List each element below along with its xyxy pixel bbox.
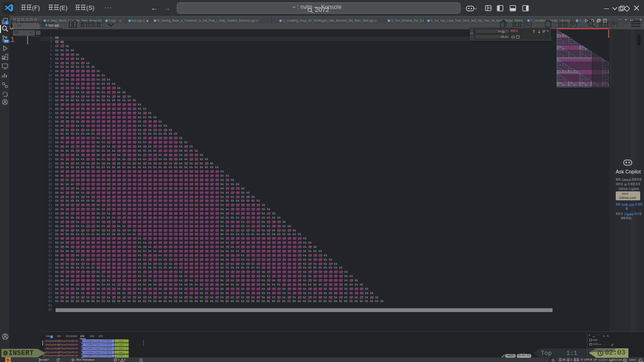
svg-text:1: 1 (6, 21, 7, 24)
